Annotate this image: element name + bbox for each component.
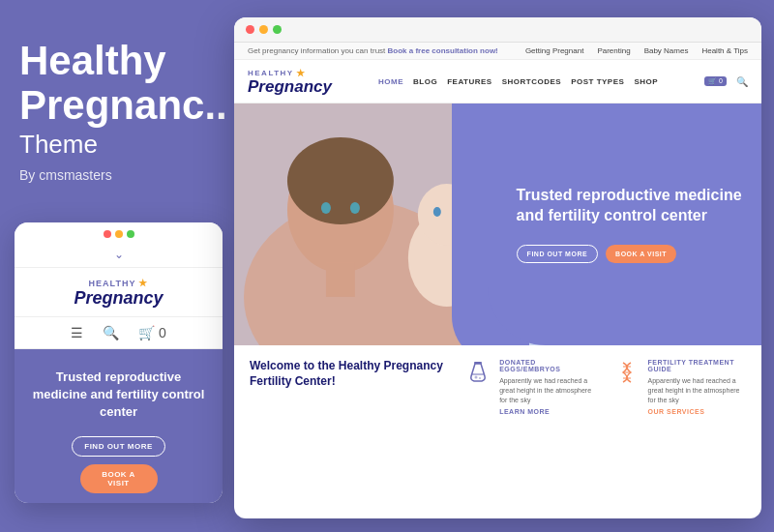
dna-icon [613, 359, 640, 386]
desktop-bottom-section: Welcome to the Healthy Pregnancy Fertili… [234, 345, 761, 429]
desktop-mockup: Get pregnancy information you can trust … [234, 17, 761, 518]
mobile-book-button[interactable]: BOOK A VISIT [80, 464, 158, 493]
desktop-traffic-lights [246, 25, 282, 34]
dot-yellow [115, 230, 123, 238]
nav-blog[interactable]: BLOG [413, 77, 437, 86]
mobile-nav-top: ⌄ [15, 242, 223, 268]
welcome-title: Welcome to the Healthy Pregnancy Fertili… [250, 359, 449, 389]
left-panel: Healthy Pregnanc.. Theme By cmsmasters [19, 39, 223, 183]
desktop-info-bar: Get pregnancy information you can trust … [234, 43, 761, 60]
chevron-down-icon: ⌄ [114, 248, 124, 261]
mobile-traffic-lights [104, 230, 134, 238]
card1-category: DONATED EGGS/EMBRYOS [499, 359, 597, 372]
nav-shop[interactable]: SHOP [634, 77, 658, 86]
dot-green [273, 25, 282, 34]
search-icon[interactable]: 🔍 [736, 76, 748, 87]
desktop-hero: Trusted reproductive medicine and fertil… [234, 103, 761, 345]
nav-post-types[interactable]: POST TYPES [571, 77, 624, 86]
nav-baby-names[interactable]: Baby Names [644, 46, 689, 55]
search-icon[interactable]: 🔍 [103, 325, 119, 340]
find-out-more-button[interactable]: FIND OUT MORE [517, 245, 599, 263]
hero-title: Trusted reproductive medicine and fertil… [517, 186, 742, 226]
desktop-nav-icons: 🛒 0 🔍 [704, 76, 748, 87]
mobile-mockup: ⌄ HEALTHY ★ Pregnancy ☰ 🔍 🛒 0 Trusted re… [15, 222, 223, 503]
svg-point-12 [475, 376, 478, 379]
flask-icon [464, 359, 491, 386]
dot-red [246, 25, 254, 34]
book-visit-button[interactable]: BOOK A VISIT [606, 245, 676, 263]
nav-home[interactable]: HOME [378, 77, 403, 86]
dot-red [104, 230, 111, 238]
svg-point-9 [321, 202, 331, 214]
desktop-top-bar [234, 17, 761, 43]
nav-features[interactable]: FEATURES [447, 77, 492, 86]
nav-health-tips[interactable]: Health & Tips [701, 46, 748, 55]
desktop-nav-links: HOME BLOG FEATURES SHORTCODES POST TYPES… [378, 77, 658, 86]
hero-right-panel: Trusted reproductive medicine and fertil… [488, 103, 761, 345]
flask-svg [464, 359, 491, 386]
mobile-find-out-button[interactable]: FIND OUT MORE [72, 436, 165, 457]
info-bar-right: Getting Pregnant Parenting Baby Names He… [525, 46, 748, 55]
hamburger-icon[interactable]: ☰ [71, 325, 83, 340]
card1-text: Apparently we had reached a great height… [499, 376, 597, 404]
cart-button[interactable]: 🛒 0 [704, 76, 727, 86]
mobile-hero-text: Trusted reproductive medicine and fertil… [28, 369, 209, 422]
card-donated-eggs: DONATED EGGS/EMBRYOS Apparently we had r… [464, 359, 597, 415]
theme-label: Theme [19, 130, 223, 160]
theme-title: Healthy Pregnanc.. [19, 39, 223, 128]
hero-buttons: FIND OUT MORE BOOK A VISIT [517, 245, 742, 263]
welcome-section: Welcome to the Healthy Pregnancy Fertili… [250, 359, 449, 415]
card2-category: FERTILITY TREATMENT GUIDE [648, 359, 746, 372]
desktop-logo: HEALTHY ★ Pregnancy [248, 68, 332, 95]
dot-yellow [259, 25, 268, 34]
svg-point-10 [350, 202, 360, 214]
mobile-logo-healthy: HEALTHY ★ [89, 278, 149, 288]
card-fertility-guide-text: FERTILITY TREATMENT GUIDE Apparently we … [648, 359, 746, 415]
mobile-top-bar [15, 222, 223, 242]
dot-green [127, 230, 134, 238]
mobile-hero: Trusted reproductive medicine and fertil… [15, 349, 223, 503]
mobile-nav-icons: ☰ 🔍 🛒 0 [15, 317, 223, 349]
svg-point-7 [433, 207, 441, 217]
consultation-link[interactable]: Book a free consultation now! [388, 46, 498, 55]
cart-icon[interactable]: 🛒 0 [138, 325, 166, 340]
desktop-nav: HEALTHY ★ Pregnancy HOME BLOG FEATURES S… [234, 60, 761, 103]
svg-rect-4 [326, 263, 355, 297]
info-bar-left: Get pregnancy information you can trust … [248, 46, 498, 55]
nav-shortcodes[interactable]: SHORTCODES [502, 77, 561, 86]
svg-point-13 [479, 377, 481, 379]
nav-getting-pregnant[interactable]: Getting Pregnant [525, 46, 583, 55]
mobile-logo-pregnancy: Pregnancy [74, 288, 163, 309]
card2-text: Apparently we had reached a great height… [648, 376, 746, 404]
learn-more-link[interactable]: LEARN MORE [499, 408, 597, 415]
logo-pregnancy-text: Pregnancy [248, 78, 332, 95]
svg-point-3 [287, 137, 394, 224]
our-services-link[interactable]: OUR SERVICES [648, 408, 746, 415]
dna-svg [613, 359, 640, 386]
card-fertility-guide: FERTILITY TREATMENT GUIDE Apparently we … [613, 359, 746, 415]
by-label: By cmsmasters [19, 167, 223, 183]
star-icon: ★ [138, 278, 148, 288]
nav-parenting[interactable]: Parenting [597, 46, 630, 55]
mobile-logo-area: HEALTHY ★ Pregnancy [15, 268, 223, 317]
card-donated-eggs-text: DONATED EGGS/EMBRYOS Apparently we had r… [499, 359, 597, 415]
